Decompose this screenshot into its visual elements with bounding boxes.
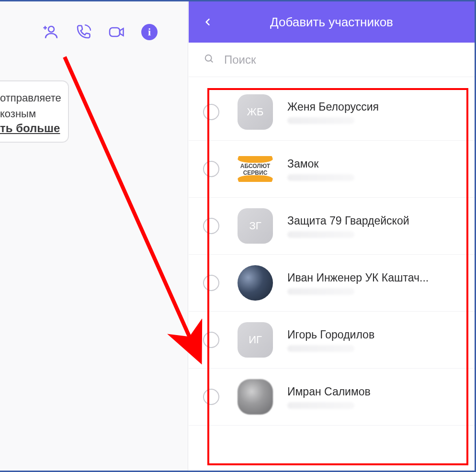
back-button[interactable]	[198, 12, 217, 32]
contact-name: Имран Салимов	[287, 385, 459, 398]
chat-pane: i отправляете козным ть больше	[0, 1, 188, 471]
contact-info: Замок	[287, 157, 459, 181]
contact-item[interactable]: Имран Салимов	[189, 369, 475, 426]
add-participants-panel: Добавить участников ЖБЖеня БелоруссияАБС…	[189, 1, 475, 471]
avatar: ЖБ	[238, 94, 273, 130]
search-input[interactable]	[224, 53, 459, 67]
contact-name: Замок	[287, 157, 459, 170]
avatar: ЗГ	[238, 208, 273, 244]
search-bar	[189, 43, 475, 77]
contact-info: Иван Инженер УК Каштач...	[287, 271, 459, 295]
contact-subtitle-blurred	[287, 117, 354, 124]
contact-name: Игорь Городилов	[287, 328, 459, 341]
contact-item[interactable]: ЖБЖеня Белоруссия	[189, 84, 475, 141]
contact-info: Имран Салимов	[287, 385, 459, 409]
svg-rect-3	[110, 28, 120, 36]
svg-point-4	[205, 55, 212, 61]
contact-item[interactable]: Иван Инженер УК Каштач...	[189, 255, 475, 312]
contact-subtitle-blurred	[287, 288, 354, 295]
contact-name: Иван Инженер УК Каштач...	[287, 271, 459, 284]
avatar	[238, 265, 273, 301]
contact-item[interactable]: ЗГЗащита 79 Гвардейской	[189, 198, 475, 255]
notice-line-1: отправляете	[0, 90, 61, 106]
contact-subtitle-blurred	[287, 345, 354, 352]
contact-list: ЖБЖеня БелоруссияАБСОЛЮТСЕРВИСЗамокЗГЗащ…	[189, 84, 475, 426]
contact-item[interactable]: АБСОЛЮТСЕРВИСЗамок	[189, 141, 475, 198]
encryption-notice: отправляете козным ть больше	[0, 80, 69, 143]
chat-toolbar: i	[0, 1, 188, 41]
contact-checkbox[interactable]	[203, 104, 219, 120]
contact-checkbox[interactable]	[203, 161, 219, 177]
contact-item[interactable]: ИГИгорь Городилов	[189, 312, 475, 369]
avatar: АБСОЛЮТСЕРВИС	[238, 151, 273, 187]
panel-title: Добавить участников	[217, 15, 465, 30]
add-contact-icon[interactable]	[41, 23, 59, 41]
contact-checkbox[interactable]	[203, 332, 219, 348]
contact-info: Защита 79 Гвардейской	[287, 214, 459, 238]
phone-icon[interactable]	[74, 23, 92, 41]
avatar	[238, 379, 273, 415]
panel-header: Добавить участников	[189, 1, 475, 43]
svg-line-5	[211, 60, 213, 62]
search-icon	[204, 54, 215, 66]
contact-checkbox[interactable]	[203, 218, 219, 234]
contact-checkbox[interactable]	[203, 275, 219, 291]
notice-line-2: козным	[0, 106, 61, 122]
contact-subtitle-blurred	[287, 174, 354, 181]
notice-more-link[interactable]: ть больше	[0, 122, 60, 135]
info-icon[interactable]: i	[141, 24, 158, 40]
video-icon[interactable]	[108, 23, 126, 41]
contact-info: Женя Белоруссия	[287, 101, 459, 124]
contact-checkbox[interactable]	[203, 389, 219, 405]
contact-name: Женя Белоруссия	[287, 101, 459, 113]
contact-name: Защита 79 Гвардейской	[287, 214, 459, 227]
contact-subtitle-blurred	[287, 231, 354, 238]
contact-subtitle-blurred	[287, 402, 354, 409]
avatar: ИГ	[238, 322, 273, 358]
svg-point-2	[48, 26, 54, 32]
contact-info: Игорь Городилов	[287, 328, 459, 352]
